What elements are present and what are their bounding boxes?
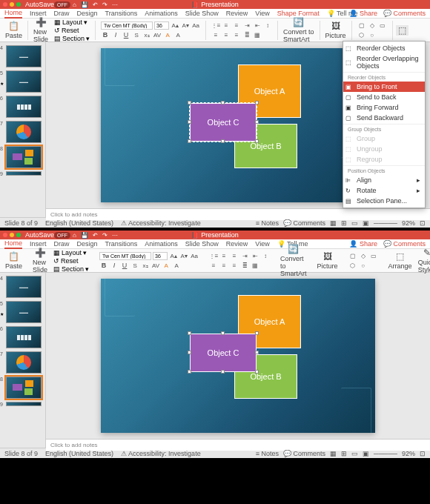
thumb-9[interactable] bbox=[6, 171, 42, 176]
reset-button[interactable]: ↺ Reset bbox=[53, 257, 89, 265]
comments-button[interactable]: 💬 Comments bbox=[383, 10, 426, 17]
thumb-5[interactable]: ▬▬▬ bbox=[6, 301, 42, 323]
paste-button[interactable]: 📋Paste bbox=[3, 21, 24, 39]
tab-design[interactable]: Design bbox=[77, 10, 98, 17]
layout-button[interactable]: ▦ Layout ▾ bbox=[53, 249, 89, 256]
tab-design[interactable]: Design bbox=[77, 240, 98, 248]
language[interactable]: English (United States) bbox=[45, 219, 113, 227]
send-backward[interactable]: ▢Send Backward bbox=[343, 113, 425, 123]
share-button[interactable]: 👤 Share bbox=[349, 10, 377, 17]
tab-view[interactable]: View bbox=[255, 10, 269, 17]
tab-transitions[interactable]: Transitions bbox=[105, 10, 138, 17]
object-c[interactable]: Object C bbox=[190, 103, 257, 142]
view-reading-icon[interactable]: ▭ bbox=[351, 450, 358, 457]
window-controls[interactable] bbox=[3, 2, 21, 7]
fit-icon[interactable]: ⊡ bbox=[420, 219, 426, 227]
tab-review[interactable]: Review bbox=[226, 240, 248, 248]
selection-pane[interactable]: ▤Selection Pane... bbox=[343, 196, 425, 206]
send-to-back[interactable]: ▢Send to Back bbox=[343, 92, 425, 102]
thumb-6[interactable] bbox=[6, 326, 42, 348]
fit-icon[interactable]: ⊡ bbox=[420, 450, 426, 457]
section-button[interactable]: ▤ Section ▾ bbox=[54, 35, 90, 42]
thumb-9[interactable] bbox=[6, 402, 42, 406]
font-size[interactable] bbox=[153, 252, 168, 260]
reorder-overlapping[interactable]: ⬚Reorder Overlapping Objects bbox=[343, 53, 425, 71]
notes-toggle[interactable]: ≡ Notes bbox=[256, 450, 279, 457]
thumb-4[interactable]: ▬▬▬ bbox=[6, 45, 42, 67]
zoom-level[interactable]: 92% bbox=[402, 219, 415, 227]
autosave-toggle[interactable]: OFF bbox=[54, 232, 70, 239]
save-icon[interactable]: 💾 bbox=[81, 1, 88, 8]
thumb-7[interactable] bbox=[6, 121, 42, 143]
quickstyles-button[interactable]: ✎QuickStyles bbox=[416, 248, 430, 273]
slide-canvas[interactable]: Object A Object B Object C bbox=[46, 273, 430, 439]
tab-home[interactable]: Home bbox=[4, 9, 22, 19]
tab-home[interactable]: Home bbox=[4, 239, 22, 249]
tab-draw[interactable]: Draw bbox=[54, 240, 70, 248]
arrange-button[interactable]: ⬚Arrange bbox=[386, 251, 414, 270]
rotate[interactable]: ↻Rotate▸ bbox=[343, 185, 425, 196]
autosave-toggle[interactable]: OFF bbox=[54, 1, 70, 8]
comments-toggle[interactable]: 💬 Comments bbox=[283, 219, 325, 227]
notes-toggle[interactable]: ≡ Notes bbox=[256, 219, 279, 227]
home-icon[interactable]: ⌂ bbox=[73, 1, 76, 8]
view-normal-icon[interactable]: ▦ bbox=[330, 219, 337, 227]
font-select[interactable] bbox=[101, 21, 153, 30]
smartart-button[interactable]: 🔄Convert toSmartArt bbox=[281, 17, 317, 43]
save-icon[interactable]: 💾 bbox=[81, 232, 88, 239]
view-sorter-icon[interactable]: ⊞ bbox=[341, 219, 347, 227]
window-controls[interactable] bbox=[3, 233, 21, 237]
align[interactable]: ⊫Align▸ bbox=[343, 175, 425, 185]
new-slide-button[interactable]: ➕NewSlide bbox=[30, 248, 50, 273]
reset-button[interactable]: ↺ Reset bbox=[54, 27, 90, 34]
home-icon[interactable]: ⌂ bbox=[73, 232, 76, 239]
more-icon[interactable]: ⋯ bbox=[112, 232, 118, 239]
view-slideshow-icon[interactable]: ▣ bbox=[363, 450, 369, 457]
tab-insert[interactable]: Insert bbox=[30, 10, 47, 17]
tab-shapeformat[interactable]: Shape Format bbox=[277, 10, 320, 17]
picture-button[interactable]: 🖼Picture bbox=[323, 21, 348, 39]
accessibility[interactable]: ⚠ Accessibility: Investigate bbox=[121, 450, 201, 457]
language[interactable]: English (United States) bbox=[45, 450, 113, 457]
font-select[interactable] bbox=[99, 252, 151, 260]
comments-button[interactable]: 💬 Comments bbox=[383, 240, 426, 248]
thumb-8[interactable] bbox=[6, 146, 42, 168]
arrange-button[interactable]: ⬚ bbox=[396, 25, 408, 36]
undo-icon[interactable]: ↶ bbox=[93, 1, 98, 8]
tab-transitions[interactable]: Transitions bbox=[105, 240, 138, 248]
slide-panel[interactable]: 4▬▬▬ 5★▬▬▬ 6 7 8 9 bbox=[0, 273, 46, 448]
smartart-button[interactable]: 🔄Convert toSmartArt bbox=[278, 244, 309, 277]
picture-button[interactable]: 🖼Picture bbox=[315, 251, 340, 270]
tab-review[interactable]: Review bbox=[226, 10, 248, 17]
tab-draw[interactable]: Draw bbox=[54, 10, 70, 17]
zoom-level[interactable]: 92% bbox=[402, 450, 415, 457]
bring-forward[interactable]: ▣Bring Forward bbox=[343, 102, 425, 113]
redo-icon[interactable]: ↷ bbox=[102, 1, 108, 8]
thumb-5[interactable]: ▬▬▬ bbox=[6, 70, 42, 93]
font-size[interactable] bbox=[154, 21, 169, 30]
view-slideshow-icon[interactable]: ▣ bbox=[363, 219, 369, 227]
thumb-6[interactable] bbox=[6, 96, 42, 118]
thumb-8[interactable] bbox=[6, 377, 42, 399]
tab-insert[interactable]: Insert bbox=[30, 240, 47, 248]
object-c[interactable]: Object C bbox=[190, 334, 257, 372]
section-button[interactable]: ▤ Section ▾ bbox=[53, 265, 89, 273]
tab-slideshow[interactable]: Slide Show bbox=[185, 240, 219, 248]
undo-icon[interactable]: ↶ bbox=[93, 232, 98, 239]
share-button[interactable]: 👤 Share bbox=[349, 240, 377, 248]
reorder-objects[interactable]: ⬚Reorder Objects bbox=[343, 43, 425, 53]
thumb-7[interactable] bbox=[6, 351, 42, 374]
view-normal-icon[interactable]: ▦ bbox=[330, 450, 337, 457]
paste-button[interactable]: 📋Paste bbox=[3, 251, 24, 270]
tab-animations[interactable]: Animations bbox=[145, 240, 178, 248]
bring-to-front[interactable]: ▣Bring to Front bbox=[343, 82, 425, 92]
slide-panel[interactable]: 4▬▬▬ 5★▬▬▬ 6 7 8 9 bbox=[0, 42, 46, 217]
new-slide-button[interactable]: ➕NewSlide bbox=[31, 17, 50, 43]
accessibility[interactable]: ⚠ Accessibility: Investigate bbox=[121, 219, 201, 227]
tab-slideshow[interactable]: Slide Show bbox=[185, 10, 219, 17]
more-icon[interactable]: ⋯ bbox=[112, 1, 118, 8]
tab-view[interactable]: View bbox=[255, 240, 269, 248]
view-sorter-icon[interactable]: ⊞ bbox=[341, 450, 347, 457]
redo-icon[interactable]: ↷ bbox=[102, 232, 108, 239]
tab-animations[interactable]: Animations bbox=[145, 10, 178, 17]
